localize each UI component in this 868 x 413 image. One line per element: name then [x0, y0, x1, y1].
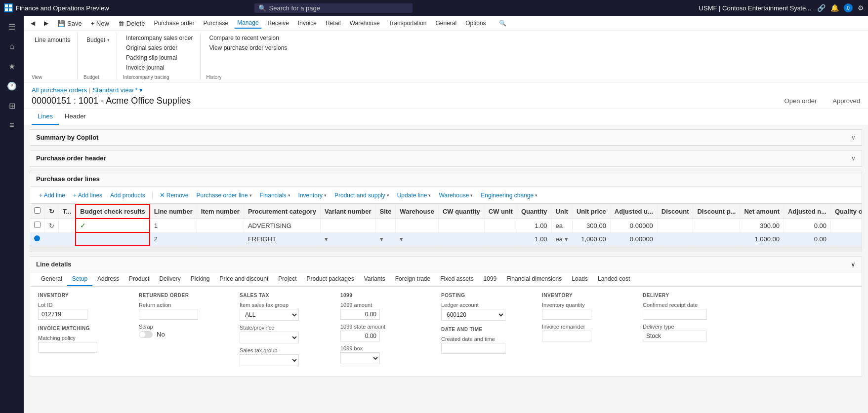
po-line-dropdown[interactable]: Purchase order line ▾	[194, 190, 255, 200]
row2-warehouse[interactable]: ▾	[396, 232, 439, 245]
row1-discount[interactable]	[657, 219, 693, 232]
forward-button[interactable]: ▶	[41, 18, 51, 28]
invoice-remainder-input[interactable]	[542, 331, 591, 341]
notification-icon[interactable]: 🔔	[830, 4, 839, 12]
back-button[interactable]: ◀	[28, 18, 38, 28]
row2-adjusted-n[interactable]: 0.00	[784, 232, 830, 245]
row1-procurement-category[interactable]: ADVERTISING	[244, 219, 320, 232]
new-button[interactable]: + New	[88, 18, 112, 29]
row2-select[interactable]	[30, 232, 45, 245]
table-scrollbar[interactable]	[30, 246, 862, 252]
matching-policy-input[interactable]	[38, 342, 97, 353]
tab-header[interactable]: Header	[59, 109, 92, 125]
row2-net-amount[interactable]: 1,000.00	[740, 232, 784, 245]
add-line-button[interactable]: + Add line	[36, 190, 68, 200]
row2-discount-p[interactable]	[693, 232, 740, 245]
1099-state-amount-input[interactable]	[340, 331, 380, 341]
row2-variant-number[interactable]: ▾	[320, 232, 375, 245]
detail-tab-variants[interactable]: Variants	[359, 272, 390, 286]
share-icon[interactable]: 🔗	[817, 4, 826, 12]
nav-home-icon[interactable]: ⌂	[2, 38, 22, 55]
compare-recent-button[interactable]: Compare to recent version	[207, 33, 290, 43]
general-menu[interactable]: General	[433, 18, 460, 28]
detail-tab-landed-cost[interactable]: Landed cost	[593, 272, 635, 286]
row1-item-number[interactable]	[197, 219, 244, 232]
row2-quality-order[interactable]	[830, 232, 862, 245]
warehouse-menu[interactable]: Warehouse	[347, 18, 383, 28]
invoice-menu[interactable]: Invoice	[295, 18, 320, 28]
row2-procurement-category[interactable]: FREIGHT	[244, 232, 320, 245]
row1-adjusted-u[interactable]: 0.00000	[610, 219, 657, 232]
nav-recent-icon[interactable]: 🕐	[2, 77, 22, 95]
update-line-dropdown[interactable]: Update line ▾	[394, 190, 434, 200]
purchase-menu[interactable]: Purchase	[200, 18, 231, 28]
row2-unit-price[interactable]: 1,000.00	[572, 232, 610, 245]
line-details-header[interactable]: Line details ∨	[30, 257, 862, 272]
manage-menu[interactable]: Manage	[234, 18, 261, 29]
search-ribbon-button[interactable]: 🔍	[496, 18, 509, 28]
delete-button[interactable]: 🗑 Delete	[115, 18, 148, 29]
global-search[interactable]: 🔍 Search for a page	[254, 3, 413, 13]
row1-quality-order[interactable]	[830, 219, 862, 232]
row2-quantity[interactable]: 1.00	[517, 232, 551, 245]
delivery-type-input[interactable]	[643, 331, 707, 341]
inventory-quantity-input[interactable]	[542, 309, 591, 320]
row1-warehouse[interactable]	[396, 219, 439, 232]
po-header-section-header[interactable]: Purchase order header ∨	[30, 150, 862, 166]
detail-tab-delivery[interactable]: Delivery	[154, 272, 185, 286]
save-button[interactable]: 💾 Save	[54, 18, 85, 29]
row2-site[interactable]: ▾	[375, 232, 396, 245]
nav-modules-icon[interactable]: ≡	[2, 116, 22, 134]
detail-tab-foreign-trade[interactable]: Foreign trade	[390, 272, 435, 286]
detail-tab-project[interactable]: Project	[273, 272, 301, 286]
row1-cw-unit[interactable]	[484, 219, 517, 232]
nav-favorites-icon[interactable]: ★	[2, 57, 22, 75]
intercompany-sales-order-button[interactable]: Intercompany sales order	[123, 33, 196, 43]
detail-tab-financial-dimensions[interactable]: Financial dimensions	[501, 272, 567, 286]
detail-tab-fixed-assets[interactable]: Fixed assets	[435, 272, 478, 286]
nav-workspaces-icon[interactable]: ⊞	[2, 97, 22, 114]
retail-menu[interactable]: Retail	[323, 18, 344, 28]
row1-variant-number[interactable]	[320, 219, 375, 232]
row2-discount[interactable]	[657, 232, 693, 245]
breadcrumb-link[interactable]: All purchase orders	[32, 86, 87, 94]
invoice-journal-button[interactable]: Invoice journal	[123, 63, 196, 73]
row1-quantity[interactable]: 1.00	[517, 219, 551, 232]
view-po-versions-button[interactable]: View purchase order versions	[207, 43, 290, 53]
scrap-toggle[interactable]	[139, 331, 153, 338]
confirmed-receipt-date-input[interactable]	[643, 309, 707, 320]
purchase-order-menu[interactable]: Purchase order	[151, 18, 197, 28]
add-products-button[interactable]: Add products	[107, 190, 148, 200]
row2-refresh[interactable]	[45, 232, 59, 245]
detail-tab-picking[interactable]: Picking	[186, 272, 215, 286]
table-row[interactable]: ↻ ✓ 1 ADVERTISING	[30, 219, 862, 232]
product-supply-dropdown[interactable]: Product and supply ▾	[331, 190, 392, 200]
add-lines-button[interactable]: + Add lines	[70, 190, 105, 200]
receive-menu[interactable]: Receive	[265, 18, 292, 28]
tab-lines[interactable]: Lines	[32, 109, 59, 125]
detail-tab-address[interactable]: Address	[92, 272, 124, 286]
lot-id-input[interactable]	[38, 309, 87, 320]
nav-menu-icon[interactable]: ☰	[2, 18, 22, 36]
breadcrumb-view[interactable]: Standard view * ▾	[92, 86, 143, 94]
options-menu[interactable]: Options	[462, 18, 489, 28]
detail-tab-product[interactable]: Product	[124, 272, 154, 286]
original-sales-order-button[interactable]: Original sales order	[123, 43, 196, 53]
return-action-input[interactable]	[139, 309, 198, 320]
transportation-menu[interactable]: Transportation	[386, 18, 430, 28]
row1-unit[interactable]: ea	[551, 219, 572, 232]
detail-tab-price-discount[interactable]: Price and discount	[214, 272, 273, 286]
summary-copilot-header[interactable]: Summary by Copilot ∨	[30, 130, 862, 146]
detail-tab-product-packages[interactable]: Product packages	[302, 272, 359, 286]
state-province-select[interactable]	[240, 332, 299, 343]
row1-adjusted-n[interactable]: 0.00	[784, 219, 830, 232]
inventory-dropdown[interactable]: Inventory ▾	[295, 190, 330, 200]
row2-cw-unit[interactable]	[484, 232, 517, 245]
warehouse-dropdown[interactable]: Warehouse ▾	[436, 190, 476, 200]
item-sales-tax-select[interactable]: ALL	[240, 309, 299, 321]
1099-amount-input[interactable]	[340, 309, 380, 320]
line-amounts-button[interactable]: Line amounts	[32, 35, 73, 45]
row1-unit-price[interactable]: 300.00	[572, 219, 610, 232]
created-date-input[interactable]	[441, 343, 505, 354]
row1-net-amount[interactable]: 300.00	[740, 219, 784, 232]
